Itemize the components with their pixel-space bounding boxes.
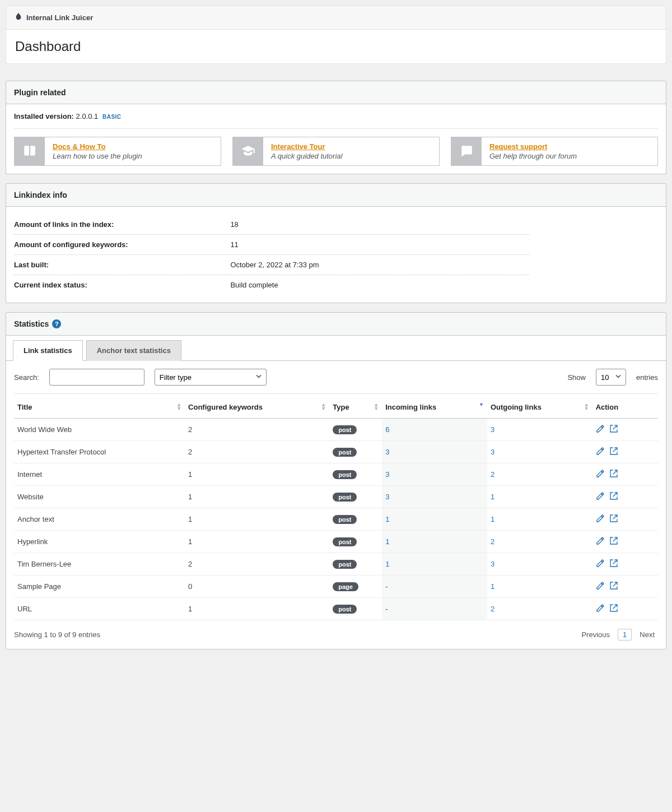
external-link-icon[interactable] <box>609 604 619 614</box>
edit-icon[interactable] <box>596 469 606 479</box>
linkindex-panel: Linkindex info Amount of links in the in… <box>6 183 666 303</box>
cell-keywords: 1 <box>185 598 329 620</box>
table-row: Website1post31 <box>14 486 658 508</box>
external-link-icon[interactable] <box>609 536 619 546</box>
cell-title: Hypertext Transfer Protocol <box>14 441 185 463</box>
stats-tabs: Link statistics Anchor text statistics <box>6 340 666 361</box>
external-link-icon[interactable] <box>609 514 619 524</box>
cell-keywords: 0 <box>185 576 329 598</box>
cell-outgoing: 2 <box>487 598 592 620</box>
cell-outgoing: 2 <box>487 531 592 553</box>
product-bar: Internal Link Juicer <box>6 6 666 30</box>
external-link-icon[interactable] <box>609 447 619 457</box>
graduation-cap-icon <box>233 137 263 165</box>
tab-link-statistics[interactable]: Link statistics <box>13 340 83 361</box>
cell-outgoing: 1 <box>487 508 592 531</box>
incoming-link[interactable]: 1 <box>385 560 389 568</box>
table-row: Hyperlink1post12 <box>14 531 658 553</box>
search-input[interactable] <box>49 369 144 386</box>
filter-type-select[interactable]: Filter type <box>155 369 267 386</box>
sort-icon: ▲▼ <box>176 403 181 411</box>
docs-link[interactable]: Docs & How To <box>53 142 105 151</box>
col-type[interactable]: Type ▲▼ <box>329 396 382 419</box>
external-link-icon[interactable] <box>609 424 619 434</box>
cell-outgoing: 1 <box>487 576 592 598</box>
outgoing-link[interactable]: 2 <box>491 537 494 546</box>
plugin-related-title: Plugin related <box>6 81 666 104</box>
cell-action <box>592 463 658 486</box>
edit-icon[interactable] <box>596 604 606 614</box>
linkindex-row: Amount of configured keywords:11 <box>14 235 529 255</box>
entries-select[interactable]: 10 <box>596 369 626 386</box>
table-row: Internet1post32 <box>14 463 658 486</box>
edit-icon[interactable] <box>596 581 606 591</box>
col-incoming[interactable]: Incoming links ▼ <box>382 396 487 419</box>
table-row: Tim Berners-Lee2post13 <box>14 553 658 576</box>
support-link[interactable]: Request support <box>489 142 547 151</box>
col-keywords[interactable]: Configured keywords ▲▼ <box>185 396 329 419</box>
help-icon[interactable]: ? <box>52 319 61 328</box>
type-chip: post <box>333 493 357 502</box>
next-button[interactable]: Next <box>636 628 658 641</box>
external-link-icon[interactable] <box>609 559 619 569</box>
incoming-link[interactable]: 3 <box>385 470 389 479</box>
incoming-link[interactable]: 1 <box>385 515 389 523</box>
outgoing-link[interactable]: 3 <box>491 448 494 456</box>
cell-title: Hyperlink <box>14 531 185 553</box>
edit-icon[interactable] <box>596 447 606 457</box>
type-chip: post <box>333 515 357 524</box>
support-card[interactable]: Request support Get help through our for… <box>451 137 658 166</box>
type-chip: post <box>333 605 357 614</box>
cell-outgoing: 3 <box>487 553 592 576</box>
statistics-title: Statistics ? <box>6 313 666 336</box>
cell-keywords: 2 <box>185 553 329 576</box>
cell-incoming: 1 <box>382 508 487 531</box>
cell-incoming: 1 <box>382 553 487 576</box>
edit-icon[interactable] <box>596 424 606 434</box>
external-link-icon[interactable] <box>609 491 619 502</box>
incoming-link[interactable]: 3 <box>385 448 389 456</box>
docs-card[interactable]: Docs & How To Learn how to use the plugi… <box>14 137 221 166</box>
outgoing-link[interactable]: 1 <box>491 582 494 591</box>
product-name: Internal Link Juicer <box>26 13 93 22</box>
outgoing-link[interactable]: 1 <box>491 493 494 501</box>
outgoing-link[interactable]: 3 <box>491 560 494 568</box>
cell-outgoing: 2 <box>487 463 592 486</box>
outgoing-link[interactable]: 2 <box>491 470 494 479</box>
tab-anchor-statistics[interactable]: Anchor text statistics <box>86 340 181 361</box>
cell-type: post <box>329 486 382 508</box>
incoming-link[interactable]: 3 <box>385 493 389 501</box>
tour-card[interactable]: Interactive Tour A quick guided tutorial <box>232 137 440 166</box>
outgoing-link[interactable]: 3 <box>491 425 494 434</box>
cell-outgoing: 3 <box>487 419 592 441</box>
cell-incoming: 3 <box>382 463 487 486</box>
cell-action <box>592 508 658 531</box>
external-link-icon[interactable] <box>609 581 619 591</box>
incoming-link[interactable]: 1 <box>385 537 389 546</box>
col-title[interactable]: Title ▲▼ <box>14 396 185 419</box>
cell-type: post <box>329 463 382 486</box>
entries-label: entries <box>636 373 658 382</box>
page-title: Dashboard <box>15 39 657 54</box>
edit-icon[interactable] <box>596 536 606 546</box>
cell-type: post <box>329 553 382 576</box>
outgoing-link[interactable]: 2 <box>491 605 494 613</box>
cell-outgoing: 3 <box>487 441 592 463</box>
outgoing-link[interactable]: 1 <box>491 515 494 523</box>
incoming-link[interactable]: 6 <box>385 425 389 434</box>
prev-button[interactable]: Previous <box>578 628 613 641</box>
edit-icon[interactable] <box>596 514 606 524</box>
cell-title: Sample Page <box>14 576 185 598</box>
edit-icon[interactable] <box>596 491 606 502</box>
linkindex-value: October 2, 2022 at 7:33 pm <box>230 255 529 275</box>
external-link-icon[interactable] <box>609 469 619 479</box>
page-number[interactable]: 1 <box>618 629 632 641</box>
tour-link[interactable]: Interactive Tour <box>271 142 325 151</box>
cell-title: Website <box>14 486 185 508</box>
cell-keywords: 2 <box>185 441 329 463</box>
cell-action <box>592 419 658 441</box>
edit-icon[interactable] <box>596 559 606 569</box>
linkindex-key: Amount of links in the index: <box>14 215 230 235</box>
logo-icon <box>15 13 22 22</box>
col-outgoing[interactable]: Outgoing links ▲▼ <box>487 396 592 419</box>
